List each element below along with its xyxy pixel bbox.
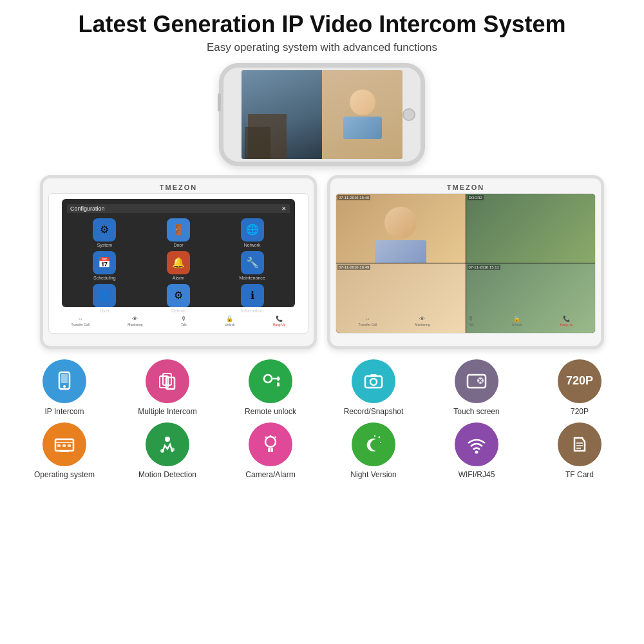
feature-record-snapshot: Record/Snapshot bbox=[328, 359, 419, 416]
svg-point-25 bbox=[165, 437, 170, 442]
hangup-btn[interactable]: 📞Hang Up bbox=[273, 316, 286, 327]
unlock-btn[interactable]: 🔓Unlock bbox=[225, 316, 234, 327]
multiple-intercom-icon bbox=[146, 359, 189, 403]
tablet2-bottom-bar: ↔Transfer Call 👁Monitoring 🎙Talk 🔓Unlock… bbox=[336, 311, 595, 332]
svg-rect-12 bbox=[365, 376, 382, 388]
door-icon: 🚪 bbox=[167, 218, 190, 242]
monitoring-btn[interactable]: 👁Monitoring bbox=[128, 316, 142, 327]
record-snapshot-icon bbox=[352, 359, 395, 403]
tablet-cameras: TMEZON 07-11-2016 15:40 DOOR2 07-11-2016 bbox=[327, 175, 604, 349]
svg-point-27 bbox=[171, 448, 175, 451]
operating-system-label: Operating system bbox=[34, 470, 95, 479]
config-item-scheduling[interactable]: 📅 Scheduling bbox=[70, 251, 140, 280]
monitoring-btn-2[interactable]: 👁Monitoring bbox=[415, 316, 430, 327]
user-icon: 👤 bbox=[93, 284, 116, 307]
talk-btn-2[interactable]: 🎙Talk bbox=[468, 316, 474, 327]
remote-unlock-label: Remote unlock bbox=[245, 407, 296, 416]
motion-detection-label: Motion Detection bbox=[138, 470, 196, 479]
feature-ip-intercom: IP Intercom bbox=[19, 359, 109, 416]
svg-point-2 bbox=[63, 385, 66, 388]
maintenance-icon: 🔧 bbox=[241, 251, 264, 274]
svg-point-6 bbox=[264, 375, 272, 383]
hangup-btn-2[interactable]: 📞Hang Up bbox=[560, 316, 573, 327]
feature-tf-card: TF Card bbox=[535, 422, 625, 479]
phone-mockup bbox=[219, 63, 425, 166]
config-item-alarm[interactable]: 🔔 Alarm bbox=[144, 251, 214, 280]
ip-intercom-icon bbox=[43, 359, 86, 403]
multiple-intercom-label: Multiple Intercom bbox=[138, 407, 196, 416]
config-title-bar: Configuration ✕ bbox=[67, 204, 290, 213]
svg-rect-21 bbox=[57, 444, 61, 447]
config-item-user[interactable]: 👤 User bbox=[70, 284, 140, 313]
transfer-call-btn[interactable]: ↔Transfer Call bbox=[71, 316, 90, 327]
config-item-information[interactable]: ℹ Information bbox=[217, 284, 287, 313]
tablet-brand-1: TMEZON bbox=[48, 184, 308, 191]
config-item-maintenance[interactable]: 🔧 Maintenance bbox=[217, 251, 287, 280]
tablets-row: TMEZON Configuration ✕ ⚙ System 🚪 bbox=[40, 175, 604, 349]
ip-intercom-label: IP Intercom bbox=[44, 407, 84, 416]
svg-rect-1 bbox=[61, 374, 68, 383]
wifi-rj45-label: WIFI/RJ45 bbox=[459, 470, 495, 479]
camera-alarm-label: Camera/Alarm bbox=[245, 470, 295, 479]
svg-line-34 bbox=[379, 437, 380, 438]
config-grid: ⚙ System 🚪 Door 🌐 Network 📅 bbox=[67, 216, 290, 316]
svg-line-31 bbox=[265, 437, 266, 438]
feature-camera-alarm: Camera/Alarm bbox=[225, 422, 316, 479]
network-icon: 🌐 bbox=[241, 218, 264, 242]
touch-screen-icon bbox=[455, 359, 498, 403]
feature-wifi-rj45: WIFI/RJ45 bbox=[431, 422, 522, 479]
headline: Latest Generation IP Video Intercom Syst… bbox=[79, 12, 566, 37]
phone-home-btn bbox=[402, 108, 415, 121]
touch-screen-label: Touch screen bbox=[453, 407, 499, 416]
page: Latest Generation IP Video Intercom Syst… bbox=[0, 0, 644, 644]
features-row-2: Operating system Motion Detection bbox=[13, 422, 631, 479]
subheadline: Easy operating system with advanced func… bbox=[207, 41, 437, 54]
config-title: Configuration bbox=[70, 205, 105, 212]
config-item-network[interactable]: 🌐 Network bbox=[217, 218, 287, 247]
tablet-brand-2: TMEZON bbox=[336, 184, 596, 191]
720p-label: 720P bbox=[571, 407, 589, 416]
phone-screen bbox=[242, 70, 402, 159]
svg-point-28 bbox=[265, 437, 276, 447]
feature-night-version: Night Version bbox=[328, 422, 419, 479]
svg-rect-22 bbox=[62, 444, 66, 447]
config-item-system[interactable]: ⚙ System bbox=[70, 218, 140, 247]
feature-720p: 720P 720P bbox=[535, 359, 625, 416]
svg-line-30 bbox=[275, 437, 276, 438]
config-item-door[interactable]: 🚪 Door bbox=[144, 218, 214, 247]
tablet1-bottom-bar: ↔Transfer Call 👁Monitoring 🎙Talk 🔓Unlock… bbox=[49, 311, 308, 332]
record-snapshot-label: Record/Snapshot bbox=[344, 407, 404, 416]
scheduling-icon: 📅 bbox=[93, 251, 116, 274]
operating-system-icon bbox=[43, 422, 86, 466]
config-item-default[interactable]: ⚙ Default bbox=[144, 284, 214, 313]
feature-remote-unlock: Remote unlock bbox=[225, 359, 316, 416]
tablet-screen-2: 07-11-2016 15:40 DOOR2 07-11-2016 16:49 … bbox=[336, 193, 596, 334]
feature-motion-detection: Motion Detection bbox=[122, 422, 213, 479]
svg-point-26 bbox=[160, 449, 164, 453]
config-dialog: Configuration ✕ ⚙ System 🚪 Door bbox=[62, 199, 295, 307]
transfer-call-btn-2[interactable]: ↔Transfer Call bbox=[359, 316, 377, 327]
cam-cell-2: DOOR2 bbox=[466, 194, 596, 263]
tf-card-icon bbox=[558, 422, 601, 466]
cam-cell-1: 07-11-2016 15:40 bbox=[336, 194, 466, 263]
phone-side-btn bbox=[218, 93, 221, 111]
tablet-screen-1: Configuration ✕ ⚙ System 🚪 Door bbox=[48, 193, 308, 334]
features-row-1: IP Intercom Multiple Intercom bbox=[13, 359, 631, 416]
night-version-icon bbox=[352, 422, 395, 466]
motion-detection-icon bbox=[146, 422, 189, 466]
information-icon: ℹ bbox=[241, 284, 264, 307]
talk-btn[interactable]: 🎙Talk bbox=[181, 316, 187, 327]
unlock-btn-2[interactable]: 🔓Unlock bbox=[512, 316, 522, 327]
remote-unlock-icon bbox=[249, 359, 292, 403]
svg-rect-14 bbox=[370, 374, 377, 377]
svg-rect-23 bbox=[68, 444, 71, 447]
features-section: IP Intercom Multiple Intercom bbox=[13, 359, 631, 479]
alarm-icon: 🔔 bbox=[167, 251, 190, 274]
svg-point-37 bbox=[475, 450, 478, 453]
tablet-config: TMEZON Configuration ✕ ⚙ System 🚪 bbox=[40, 175, 317, 349]
wifi-rj45-icon bbox=[455, 422, 498, 466]
system-icon: ⚙ bbox=[93, 218, 116, 242]
720p-icon: 720P bbox=[558, 359, 601, 403]
feature-operating-system: Operating system bbox=[19, 422, 109, 479]
svg-rect-4 bbox=[163, 374, 171, 385]
